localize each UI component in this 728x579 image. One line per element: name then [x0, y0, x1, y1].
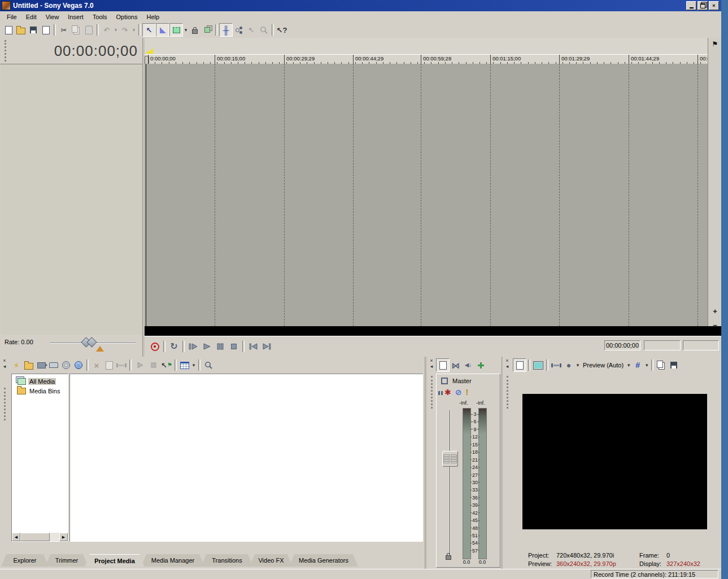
panel-pin-button[interactable]: ◂ — [430, 363, 433, 369]
menu-options[interactable]: Options — [112, 12, 142, 21]
media-properties-button[interactable] — [103, 359, 115, 371]
tree-horizontal-scrollbar[interactable]: ◀ ▶ — [12, 533, 68, 541]
scroll-left-button[interactable]: ◀ — [12, 533, 20, 541]
drag-handle[interactable] — [5, 40, 6, 62]
play-button[interactable] — [200, 340, 213, 353]
project-properties-button[interactable] — [40, 24, 52, 36]
stop-button[interactable] — [227, 340, 241, 353]
preview-quality-dropdown[interactable]: ▾ — [626, 362, 631, 368]
redo-button[interactable]: ↷ — [119, 24, 131, 36]
menu-insert[interactable]: Insert — [63, 12, 88, 21]
views-dropdown[interactable]: ▾ — [191, 362, 197, 368]
track-list[interactable] — [0, 64, 143, 335]
media-fx-button[interactable]: ↖⚑ — [160, 359, 173, 371]
mixer-properties-button[interactable] — [436, 358, 450, 372]
overlays-dropdown[interactable]: ▾ — [644, 362, 649, 368]
preview-play-button[interactable] — [133, 358, 147, 372]
scrub-slider-handle[interactable] — [82, 339, 94, 346]
paste-button[interactable] — [82, 24, 95, 36]
minimize-button[interactable] — [686, 1, 696, 10]
downmix-output-button[interactable]: ⋈ — [450, 359, 462, 371]
split-screen-dropdown[interactable]: ▾ — [575, 362, 581, 368]
ignore-event-grouping-button[interactable] — [201, 24, 213, 36]
lock-envelopes-button[interactable] — [189, 24, 201, 36]
cut-button[interactable]: ✂ — [58, 24, 70, 36]
save-button[interactable] — [27, 24, 40, 36]
remove-media-button[interactable]: × — [90, 359, 103, 371]
copy-snapshot-button[interactable] — [655, 359, 668, 371]
menu-file[interactable]: File — [2, 12, 21, 21]
time-ruler[interactable]: 0:00:00;00 00:00:15;00 00:00:29;29 00:00… — [145, 54, 708, 64]
search-media-button[interactable] — [202, 359, 215, 371]
mute-button[interactable]: ⊘ — [455, 388, 462, 396]
clip-indicator-left[interactable]: -Inf. — [459, 400, 468, 406]
bus-fx-button[interactable]: ✱ — [444, 388, 451, 396]
close-button[interactable]: × — [709, 1, 719, 10]
scrollbar-track[interactable] — [50, 533, 59, 541]
zoom-edit-tool-button[interactable] — [258, 24, 270, 36]
envelope-edit-tool-button[interactable] — [156, 23, 169, 37]
tree-item-media-bins[interactable]: Media Bins — [12, 386, 68, 396]
enable-snapping-button[interactable]: ╫ — [219, 23, 233, 37]
tab-media-generators[interactable]: Media Generators — [289, 554, 358, 567]
video-output-fx-button[interactable] — [550, 359, 563, 371]
capture-video-button[interactable] — [35, 359, 47, 371]
tab-video-fx[interactable]: Video FX — [250, 554, 293, 567]
tab-transitions[interactable]: Transitions — [201, 554, 253, 567]
marker-triangle-icon[interactable] — [145, 49, 153, 54]
solo-button[interactable]: ! — [465, 388, 468, 396]
menu-tools[interactable]: Tools — [88, 12, 112, 21]
timeline-body[interactable] — [145, 64, 708, 326]
selection-start-field[interactable] — [644, 340, 681, 350]
normal-edit-tool-button[interactable]: ↖ — [142, 23, 156, 37]
panel-close-button[interactable]: × — [505, 358, 508, 363]
tab-trimmer[interactable]: Trimmer — [45, 554, 88, 567]
fader-lock-icon[interactable] — [446, 555, 451, 560]
app-icon[interactable] — [2, 1, 11, 10]
volume-fader-handle[interactable] — [442, 451, 458, 467]
menu-edit[interactable]: Edit — [21, 12, 41, 21]
panel-close-button[interactable]: × — [3, 358, 6, 363]
auto-preview-button[interactable]: ⚡ — [10, 359, 23, 371]
save-snapshot-button[interactable] — [668, 359, 680, 371]
auto-ripple-button[interactable]: ↖ — [245, 24, 258, 36]
whats-this-help-button[interactable]: ↖? — [276, 24, 288, 36]
go-to-start-button[interactable] — [246, 340, 260, 353]
views-button[interactable] — [178, 359, 191, 371]
zoom-in-button[interactable]: + — [709, 306, 721, 316]
titlebar[interactable]: Untitled - Sony Vegas 7.0 × — [0, 0, 721, 11]
get-media-web-button[interactable] — [72, 359, 85, 371]
record-button[interactable] — [148, 340, 162, 353]
overlays-button[interactable]: # — [631, 359, 644, 371]
external-monitor-button[interactable] — [532, 359, 544, 371]
preview-quality-selector[interactable]: Preview (Auto) — [581, 362, 626, 369]
tree-item-all-media[interactable]: All Media — [12, 376, 68, 386]
drag-handle[interactable] — [431, 376, 433, 409]
master-bus-button[interactable] — [439, 376, 450, 386]
selection-edit-tool-button[interactable] — [169, 23, 183, 37]
new-project-button[interactable] — [2, 24, 15, 36]
volume-fader-track[interactable] — [450, 410, 450, 558]
panel-pin-button[interactable]: ◂ — [3, 363, 6, 369]
panel-close-button[interactable]: × — [430, 358, 433, 363]
preview-properties-button[interactable] — [513, 358, 526, 372]
timecode-display[interactable]: 00:00:00;00 — [54, 42, 138, 60]
copy-button[interactable] — [70, 24, 82, 36]
menu-help[interactable]: Help — [142, 12, 164, 21]
extract-audio-cd-button[interactable] — [60, 359, 72, 371]
play-from-start-button[interactable] — [186, 340, 200, 353]
undo-button[interactable]: ↶ — [101, 24, 113, 36]
menu-view[interactable]: View — [41, 12, 64, 21]
panel-pin-button[interactable]: ◂ — [506, 363, 509, 369]
media-fx-plug-button[interactable] — [115, 359, 128, 371]
open-button[interactable] — [15, 24, 27, 36]
undo-dropdown[interactable]: ▾ — [113, 27, 119, 33]
automatic-crossfades-button[interactable] — [233, 24, 245, 36]
go-to-end-button[interactable] — [260, 340, 273, 353]
media-list[interactable] — [69, 374, 423, 542]
clip-indicator-right[interactable]: -Inf. — [476, 400, 485, 406]
tab-explorer[interactable]: Explorer — [1, 554, 49, 567]
edit-cursor[interactable] — [146, 64, 146, 326]
media-bins-tree[interactable]: All Media Media Bins ◀ ▶ — [11, 374, 68, 542]
import-media-button[interactable] — [23, 359, 35, 371]
